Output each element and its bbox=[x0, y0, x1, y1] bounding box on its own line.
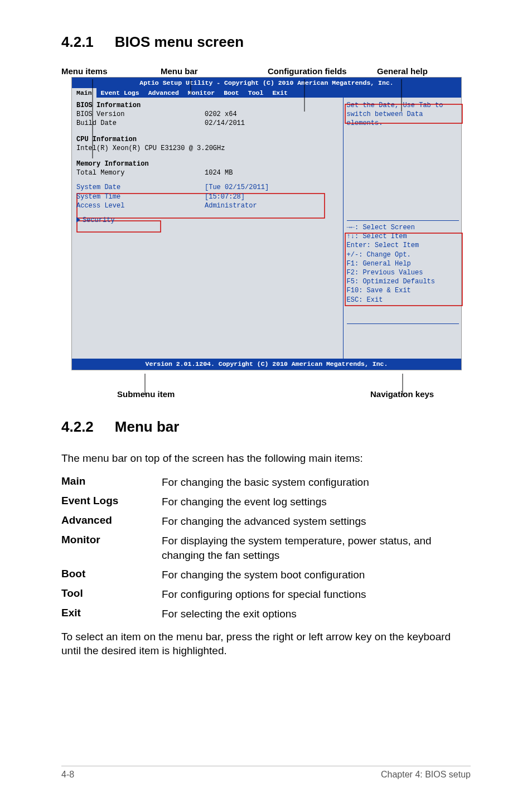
bios-right-divider bbox=[347, 220, 459, 221]
help-line-1: Set the Date, Use Tab to bbox=[347, 101, 459, 110]
def-exit-term: Exit bbox=[61, 607, 162, 621]
bios-tab-boot[interactable]: Boot bbox=[219, 88, 244, 98]
bios-tab-monitor[interactable]: Monitor bbox=[183, 88, 219, 98]
page-number: 4-8 bbox=[61, 770, 74, 780]
bios-info-header: BIOS Information bbox=[76, 101, 205, 110]
system-date-label[interactable]: System Date bbox=[76, 183, 205, 192]
bios-help-text: Set the Date, Use Tab to switch between … bbox=[347, 101, 459, 219]
def-monitor-desc: For displaying the system temperature, p… bbox=[162, 534, 471, 562]
submenu-arrow-icon bbox=[76, 217, 80, 223]
def-exit: Exit For selecting the exit options bbox=[61, 607, 471, 621]
access-level-value: Administrator bbox=[205, 201, 257, 210]
bios-nav-keys: →←: Select Screen ↑↓: Select Item Enter:… bbox=[347, 223, 459, 322]
def-main-desc: For changing the basic system configurat… bbox=[162, 475, 471, 489]
nav-k3: Enter: Select Item bbox=[347, 241, 459, 250]
def-tool-desc: For configuring options for special func… bbox=[162, 587, 471, 601]
section-heading-1: 4.2.1BIOS menu screen bbox=[61, 33, 471, 51]
def-monitor: Monitor For displaying the system temper… bbox=[61, 534, 471, 562]
def-monitor-term: Monitor bbox=[61, 534, 162, 562]
mem-info-header: Memory Information bbox=[76, 160, 205, 168]
bios-tab-eventlogs[interactable]: Event Logs bbox=[96, 88, 144, 98]
label-general-help: General help bbox=[377, 66, 428, 76]
def-exit-desc: For selecting the exit options bbox=[162, 607, 471, 621]
section-num-1: 4.2.1 bbox=[61, 33, 94, 50]
label-submenu-item: Submenu item bbox=[117, 389, 175, 399]
help-line-2: switch between Data elements. bbox=[347, 110, 459, 128]
nav-k6: F2: Previous Values bbox=[347, 268, 459, 277]
def-eventlogs-desc: For changing the event log settings bbox=[162, 495, 471, 509]
bios-body: BIOS Information BIOS Version0202 x64 Bu… bbox=[72, 98, 461, 359]
def-main: Main For changing the basic system confi… bbox=[61, 475, 471, 489]
system-time-value[interactable]: [15:07:28] bbox=[205, 192, 245, 201]
bios-tab-advanced[interactable]: Advanced bbox=[144, 88, 183, 98]
total-mem-label: Total Memory bbox=[76, 168, 205, 177]
bios-menu-bar: Main Event Logs Advanced Monitor Boot To… bbox=[72, 88, 461, 98]
cpu-line: Intel(R) Xeon(R) CPU E31230 @ 3.20GHz bbox=[76, 144, 225, 153]
bios-tab-main[interactable]: Main bbox=[72, 88, 96, 98]
nav-k1: →←: Select Screen bbox=[347, 223, 459, 232]
label-menu-items: Menu items bbox=[61, 66, 161, 76]
chapter-label: Chapter 4: BIOS setup bbox=[381, 770, 471, 780]
nav-k8: F10: Save & Exit bbox=[347, 286, 459, 295]
page-footer: 4-8 Chapter 4: BIOS setup bbox=[61, 766, 471, 780]
bios-version-value: 0202 x64 bbox=[205, 110, 237, 119]
def-eventlogs: Event Logs For changing the event log se… bbox=[61, 495, 471, 509]
intro-text: The menu bar on top of the screen has th… bbox=[61, 451, 471, 466]
bios-left-panel: BIOS Information BIOS Version0202 x64 Bu… bbox=[72, 98, 344, 359]
def-eventlogs-term: Event Logs bbox=[61, 495, 162, 509]
build-date-value: 02/14/2011 bbox=[205, 119, 245, 128]
bios-right-panel: Set the Date, Use Tab to switch between … bbox=[344, 98, 461, 359]
def-tool: Tool For configuring options for special… bbox=[61, 587, 471, 601]
security-submenu[interactable]: Security bbox=[76, 216, 341, 225]
nav-k4: +/-: Change Opt. bbox=[347, 250, 459, 259]
def-boot-desc: For changing the system boot configurati… bbox=[162, 568, 471, 582]
system-time-label[interactable]: System Time bbox=[76, 192, 205, 201]
section-heading-2: 4.2.2Menu bar bbox=[61, 418, 471, 436]
nav-k2: ↑↓: Select Item bbox=[347, 232, 459, 241]
menu-definitions: Main For changing the basic system confi… bbox=[61, 475, 471, 621]
system-date-value[interactable]: [Tue 02/15/2011] bbox=[205, 183, 269, 192]
access-level-label: Access Level bbox=[76, 201, 205, 210]
label-navigation-keys: Navigation keys bbox=[370, 389, 434, 399]
outro-text: To select an item on the menu bar, press… bbox=[61, 630, 471, 658]
def-advanced-term: Advanced bbox=[61, 514, 162, 528]
bios-right-divider-2 bbox=[347, 323, 459, 324]
cpu-info-header: CPU Information bbox=[76, 135, 205, 144]
section-num-2: 4.2.2 bbox=[61, 418, 94, 435]
bios-tab-exit[interactable]: Exit bbox=[268, 88, 292, 98]
bios-version-label: BIOS Version bbox=[76, 110, 205, 119]
def-advanced-desc: For changing the advanced system setting… bbox=[162, 514, 471, 528]
nav-k5: F1: General Help bbox=[347, 259, 459, 268]
bios-footer: Version 2.01.1204. Copyright (C) 2010 Am… bbox=[72, 359, 461, 370]
build-date-label: Build Date bbox=[76, 119, 205, 128]
label-menu-bar: Menu bar bbox=[161, 66, 268, 76]
nav-k9: ESC: Exit bbox=[347, 296, 459, 305]
section-title-2: Menu bar bbox=[115, 418, 180, 435]
def-tool-term: Tool bbox=[61, 587, 162, 601]
bios-header: Aptio Setup Utility - Copyright (C) 2010… bbox=[72, 78, 461, 98]
bios-tab-tool[interactable]: Tool bbox=[244, 88, 268, 98]
def-boot: Boot For changing the system boot config… bbox=[61, 568, 471, 582]
bios-header-title: Aptio Setup Utility - Copyright (C) 2010… bbox=[72, 78, 461, 88]
nav-k7: F5: Optimized Defaults bbox=[347, 277, 459, 286]
security-label: Security bbox=[83, 216, 115, 224]
annotation-row-top: Menu items Menu bar Configuration fields… bbox=[61, 66, 471, 76]
label-config-fields: Configuration fields bbox=[268, 66, 377, 76]
section-title-1: BIOS menu screen bbox=[115, 33, 244, 50]
annotation-row-bottom: Submenu item Navigation keys bbox=[61, 370, 471, 403]
def-boot-term: Boot bbox=[61, 568, 162, 582]
total-mem-value: 1024 MB bbox=[205, 168, 233, 177]
bios-screen: Aptio Setup Utility - Copyright (C) 2010… bbox=[71, 77, 462, 370]
def-main-term: Main bbox=[61, 475, 162, 489]
def-advanced: Advanced For changing the advanced syste… bbox=[61, 514, 471, 528]
